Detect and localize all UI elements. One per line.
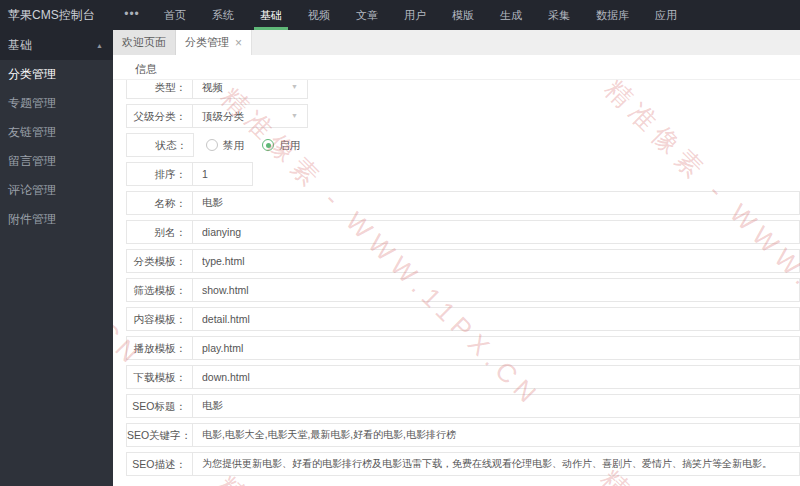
content-template-input[interactable] <box>193 308 799 330</box>
main-content: 欢迎页面 分类管理 × 信息 类型： 视频 ▼ <box>113 30 800 486</box>
sidebar-group-label: 基础 <box>8 37 32 54</box>
form-row-seo-keywords: SEO关键字： <box>126 423 800 447</box>
field-label: 父级分类： <box>127 105 193 127</box>
content-template-box: 内容模板： <box>126 307 800 331</box>
field-label: SEO描述： <box>127 453 193 475</box>
seo-title-box: SEO标题： <box>126 394 800 418</box>
sidebar-group-basic[interactable]: 基础 ▲ <box>0 30 113 60</box>
form-row-seo-title: SEO标题： <box>126 394 800 418</box>
nav-item-database[interactable]: 数据库 <box>583 0 642 30</box>
nav-item-generate[interactable]: 生成 <box>487 0 535 30</box>
form-row-parent-category: 父级分类： 顶级分类 ▼ <box>126 104 800 128</box>
nav-item-video[interactable]: 视频 <box>295 0 343 30</box>
field-label: 排序： <box>127 163 193 185</box>
chevron-down-icon: ▼ <box>291 105 307 127</box>
field-label: 下载模板： <box>127 366 193 388</box>
download-template-input[interactable] <box>193 366 799 388</box>
seo-title-input[interactable] <box>193 395 799 417</box>
radio-status-enabled[interactable]: 启用 <box>262 133 300 157</box>
chevron-down-icon: ▼ <box>291 80 307 98</box>
field-label: 类型： <box>127 80 193 98</box>
form-row-seo-description: SEO描述： <box>126 452 800 476</box>
app-logo: 苹果CMS控制台 <box>0 0 113 30</box>
seo-keywords-box: SEO关键字： <box>126 423 800 447</box>
name-input[interactable] <box>193 192 799 214</box>
tabbar: 欢迎页面 分类管理 × <box>113 30 800 55</box>
alias-field-box: 别名： <box>126 220 800 244</box>
form-row-sort: 排序： <box>126 162 800 186</box>
filter-template-box: 筛选模板： <box>126 278 800 302</box>
admin-console-screen: 苹果CMS控制台 ••• 首页 系统 基础 视频 文章 用户 模版 生成 采集 … <box>0 0 800 486</box>
nav-item-system[interactable]: 系统 <box>199 0 247 30</box>
filter-template-input[interactable] <box>193 279 799 301</box>
field-label: 播放模板： <box>127 337 193 359</box>
nav-item-app[interactable]: 应用 <box>642 0 690 30</box>
sort-field-box: 排序： <box>126 162 253 186</box>
sort-input[interactable] <box>193 163 252 185</box>
panel-title: 信息 <box>113 55 800 80</box>
tab-welcome[interactable]: 欢迎页面 <box>113 30 176 55</box>
radio-unchecked-icon <box>206 139 218 151</box>
radio-status-disabled[interactable]: 禁用 <box>206 133 244 157</box>
body-row: 基础 ▲ 分类管理 专题管理 友链管理 留言管理 评论管理 附件管理 欢迎页面 … <box>0 30 800 486</box>
form-row-content-template: 内容模板： <box>126 307 800 331</box>
sidebar-item-friendlink-manage[interactable]: 友链管理 <box>0 118 113 147</box>
topbar: 苹果CMS控制台 ••• 首页 系统 基础 视频 文章 用户 模版 生成 采集 … <box>0 0 800 30</box>
form-row-play-template: 播放模板： <box>126 336 800 360</box>
tab-category-manage[interactable]: 分类管理 × <box>176 30 252 55</box>
form-row-type: 类型： 视频 ▼ <box>126 80 800 99</box>
nav-item-collect[interactable]: 采集 <box>535 0 583 30</box>
field-label: SEO关键字： <box>127 424 193 446</box>
type-select[interactable]: 类型： 视频 ▼ <box>126 80 308 99</box>
field-label: 别名： <box>127 221 193 243</box>
nav-item-user[interactable]: 用户 <box>391 0 439 30</box>
play-template-input[interactable] <box>193 337 799 359</box>
category-template-box: 分类模板： <box>126 249 800 273</box>
name-field-box: 名称： <box>126 191 800 215</box>
form-row-name: 名称： <box>126 191 800 215</box>
radio-checked-icon <box>262 139 274 151</box>
sidebar: 基础 ▲ 分类管理 专题管理 友链管理 留言管理 评论管理 附件管理 <box>0 30 113 486</box>
sidebar-item-topic-manage[interactable]: 专题管理 <box>0 89 113 118</box>
nav-item-article[interactable]: 文章 <box>343 0 391 30</box>
category-form: 类型： 视频 ▼ 父级分类： 顶级分类 ▼ 状态： <box>113 80 800 486</box>
close-icon[interactable]: × <box>235 37 242 49</box>
nav-item-template[interactable]: 模版 <box>439 0 487 30</box>
sidebar-item-category-manage[interactable]: 分类管理 <box>0 60 113 89</box>
nav-item-basic[interactable]: 基础 <box>247 0 295 30</box>
top-nav: 首页 系统 基础 视频 文章 用户 模版 生成 采集 数据库 应用 <box>151 0 690 30</box>
radio-label: 禁用 <box>223 133 244 157</box>
parent-category-select[interactable]: 父级分类： 顶级分类 ▼ <box>126 104 308 128</box>
tab-label: 欢迎页面 <box>122 30 166 55</box>
seo-keywords-input[interactable] <box>193 424 799 446</box>
form-row-download-template: 下载模板： <box>126 365 800 389</box>
form-row-status: 状态： 禁用 启用 <box>126 133 800 157</box>
field-label: SEO标题： <box>127 395 193 417</box>
field-label: 筛选模板： <box>127 279 193 301</box>
form-row-filter-template: 筛选模板： <box>126 278 800 302</box>
play-template-box: 播放模板： <box>126 336 800 360</box>
more-menu-icon[interactable]: ••• <box>113 0 151 30</box>
download-template-box: 下载模板： <box>126 365 800 389</box>
alias-input[interactable] <box>193 221 799 243</box>
sidebar-item-attachment-manage[interactable]: 附件管理 <box>0 205 113 234</box>
sidebar-item-message-manage[interactable]: 留言管理 <box>0 147 113 176</box>
chevron-up-icon: ▲ <box>96 42 103 49</box>
form-row-alias: 别名： <box>126 220 800 244</box>
sidebar-item-comment-manage[interactable]: 评论管理 <box>0 176 113 205</box>
status-label-box: 状态： <box>126 133 194 157</box>
select-value: 视频 <box>193 80 291 98</box>
field-label: 分类模板： <box>127 250 193 272</box>
field-label: 状态： <box>127 134 193 156</box>
tab-label: 分类管理 <box>185 30 229 55</box>
form-row-category-template: 分类模板： <box>126 249 800 273</box>
category-template-input[interactable] <box>193 250 799 272</box>
nav-item-home[interactable]: 首页 <box>151 0 199 30</box>
field-label: 名称： <box>127 192 193 214</box>
select-value: 顶级分类 <box>193 105 291 127</box>
seo-description-input[interactable] <box>193 453 799 475</box>
radio-label: 启用 <box>279 133 300 157</box>
field-label: 内容模板： <box>127 308 193 330</box>
seo-description-box: SEO描述： <box>126 452 800 476</box>
